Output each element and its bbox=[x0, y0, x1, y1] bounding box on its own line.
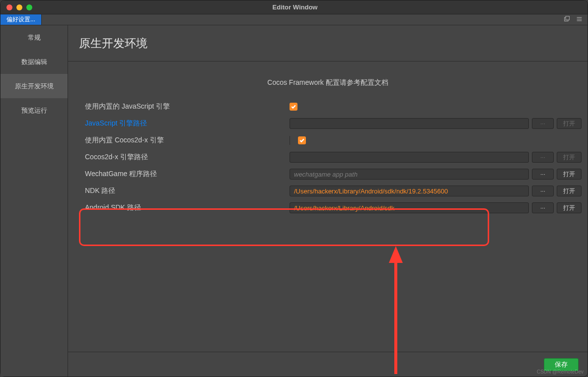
tab-bar: 偏好设置... bbox=[0, 14, 588, 25]
save-button-label: 保存 bbox=[555, 360, 568, 369]
footer: 保存 bbox=[68, 352, 588, 377]
input-sdk-path[interactable] bbox=[290, 202, 529, 213]
open-button[interactable]: 打开 bbox=[557, 186, 582, 196]
checkbox-builtin-cocos[interactable] bbox=[298, 136, 306, 144]
label-cocos-path: Cocos2d-x 引擎路径 bbox=[85, 153, 290, 162]
browse-button: ··· bbox=[532, 118, 554, 129]
popout-icon[interactable] bbox=[564, 15, 570, 24]
sidebar-item-label: 数据编辑 bbox=[21, 58, 47, 66]
page-header: 原生开发环境 bbox=[68, 25, 588, 62]
label-sdk-path: Android SDK 路径 bbox=[85, 203, 290, 212]
titlebar: Editor Window bbox=[0, 0, 588, 14]
open-button: 打开 bbox=[557, 152, 582, 163]
checkbox-builtin-js[interactable] bbox=[290, 103, 297, 111]
label-builtin-js: 使用内置的 JavaScript 引擎 bbox=[85, 102, 290, 111]
help-text: Cocos Framework 配置请参考配置文档 bbox=[68, 78, 588, 87]
input-js-path bbox=[290, 118, 529, 129]
input-cocos-path bbox=[290, 152, 529, 163]
label-ndk-path: NDK 路径 bbox=[85, 187, 290, 195]
svg-marker-6 bbox=[389, 246, 403, 263]
divider bbox=[290, 136, 290, 145]
label-js-path[interactable]: JavaScript 引擎路径 bbox=[85, 119, 290, 128]
sidebar-item-data-edit[interactable]: 数据编辑 bbox=[0, 50, 68, 74]
row-builtin-cocos: 使用内置 Cocos2d-x 引擎 bbox=[68, 132, 588, 149]
page-title: 原生开发环境 bbox=[68, 36, 147, 51]
editor-window: Editor Window 偏好设置... 常规 数据编辑 原生开发环境 bbox=[0, 0, 588, 377]
row-wechat-path: WechatGame 程序路径 ··· 打开 bbox=[68, 166, 588, 183]
tab-tools bbox=[564, 14, 588, 25]
sidebar-item-label: 预览运行 bbox=[21, 106, 47, 115]
open-button: 打开 bbox=[557, 118, 582, 129]
browse-button[interactable]: ··· bbox=[532, 186, 554, 196]
row-sdk-path: Android SDK 路径 ··· 打开 bbox=[68, 199, 588, 216]
sidebar: 常规 数据编辑 原生开发环境 预览运行 bbox=[0, 25, 68, 377]
browse-button[interactable]: ··· bbox=[532, 202, 554, 213]
row-js-path: JavaScript 引擎路径 ··· 打开 bbox=[68, 115, 588, 132]
row-ndk-path: NDK 路径 ··· 打开 bbox=[68, 183, 588, 199]
open-button[interactable]: 打开 bbox=[557, 169, 582, 180]
sidebar-item-preview-run[interactable]: 预览运行 bbox=[0, 98, 68, 123]
input-wechat-path[interactable] bbox=[290, 169, 529, 180]
sidebar-item-label: 常规 bbox=[28, 33, 41, 42]
main-panel: 原生开发环境 Cocos Framework 配置请参考配置文档 使用内置的 J… bbox=[68, 25, 588, 377]
sidebar-item-native-dev[interactable]: 原生开发环境 bbox=[0, 74, 68, 98]
input-ndk-path[interactable] bbox=[290, 186, 529, 196]
label-wechat-path: WechatGame 程序路径 bbox=[85, 170, 290, 179]
tab-label: 偏好设置... bbox=[6, 15, 35, 24]
watermark: CSDN @RemoteDev bbox=[537, 369, 584, 375]
svg-rect-1 bbox=[566, 16, 569, 19]
sidebar-item-general[interactable]: 常规 bbox=[0, 25, 68, 50]
browse-button: ··· bbox=[532, 152, 554, 163]
row-cocos-path: Cocos2d-x 引擎路径 ··· 打开 bbox=[68, 149, 588, 166]
form-area: Cocos Framework 配置请参考配置文档 使用内置的 JavaScri… bbox=[68, 62, 588, 352]
tab-preferences[interactable]: 偏好设置... bbox=[0, 14, 42, 25]
sidebar-item-label: 原生开发环境 bbox=[15, 82, 54, 91]
label-builtin-cocos: 使用内置 Cocos2d-x 引擎 bbox=[85, 136, 290, 145]
window-title: Editor Window bbox=[2, 3, 588, 11]
browse-button[interactable]: ··· bbox=[532, 169, 554, 180]
menu-icon[interactable] bbox=[576, 15, 583, 24]
row-builtin-js: 使用内置的 JavaScript 引擎 bbox=[68, 98, 588, 115]
open-button[interactable]: 打开 bbox=[557, 202, 582, 213]
